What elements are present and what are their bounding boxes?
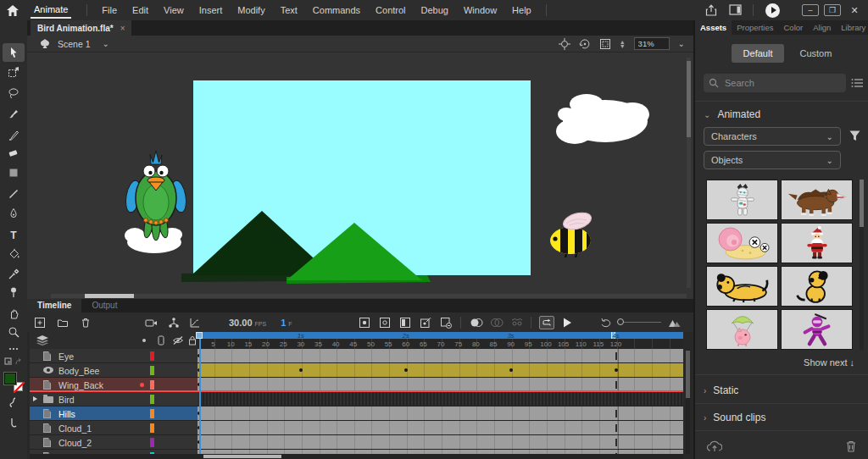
layer-name-cell[interactable]: Cloud_1 xyxy=(30,421,198,434)
scene-dropdown-chevron-icon[interactable]: ⌄ xyxy=(103,39,109,48)
default-assets-button[interactable]: Default xyxy=(732,44,785,63)
rotation-tool-icon[interactable] xyxy=(579,38,591,50)
panel-tab-assets[interactable]: Assets xyxy=(695,20,732,35)
timeline-layer-row[interactable]: Eye xyxy=(30,349,683,363)
asset-thumb-mummy[interactable] xyxy=(706,180,778,220)
menu-file[interactable]: File xyxy=(94,2,125,19)
asset-thumb-werewolf[interactable] xyxy=(781,180,853,220)
characters-dropdown[interactable]: Characters ⌄ xyxy=(704,127,841,146)
section-sound-clips[interactable]: › Sound clips xyxy=(704,412,765,423)
layer-name-cell[interactable]: Bird xyxy=(30,392,198,406)
snap-options-icon[interactable] xyxy=(4,357,23,369)
layer-name-cell[interactable]: Cloud_2 xyxy=(30,435,198,449)
document-tab[interactable]: Bird Animation.fla* × xyxy=(31,20,131,36)
chevron-right-icon[interactable]: › xyxy=(704,386,706,395)
menu-text[interactable]: Text xyxy=(273,2,305,19)
timeline-layer-row[interactable]: Cloud_2 xyxy=(30,435,683,450)
menu-help[interactable]: Help xyxy=(504,2,539,19)
layer-color-swatch[interactable] xyxy=(150,366,154,375)
layer-name-cell[interactable]: Hills xyxy=(30,406,198,420)
layer-name-cell[interactable]: Wing_Back xyxy=(30,378,198,391)
timeline-layer-row[interactable]: Body_Bee xyxy=(30,363,683,378)
section-static[interactable]: › Static xyxy=(704,384,738,396)
onion-skin-outline-icon[interactable] xyxy=(490,317,502,329)
layer-frames-row[interactable] xyxy=(198,378,683,391)
panel-tab-library[interactable]: Library xyxy=(836,20,868,35)
device-column-icon[interactable] xyxy=(158,335,164,346)
classic-brush-tool-icon[interactable] xyxy=(8,129,19,141)
highlight-column-icon[interactable] xyxy=(142,339,146,342)
menu-commands[interactable]: Commands xyxy=(305,2,368,19)
menu-view[interactable]: View xyxy=(156,2,192,19)
free-transform-tool-icon[interactable] xyxy=(8,66,19,78)
home-icon[interactable] xyxy=(0,5,25,16)
zoom-dropdown-chevron-icon[interactable]: ⌄ xyxy=(678,39,685,48)
menu-window[interactable]: Window xyxy=(456,2,504,19)
timeline-vertical-scrollbar[interactable] xyxy=(686,349,690,454)
playback-range-bar[interactable]: 1s2s3s4s xyxy=(198,332,683,339)
layer-frames-row[interactable] xyxy=(198,421,683,434)
scrollbar-thumb[interactable] xyxy=(203,455,281,458)
tab-animate-home[interactable]: Animate xyxy=(31,1,71,19)
chevron-right-icon[interactable]: › xyxy=(704,413,706,423)
insert-keyframe-icon[interactable] xyxy=(359,317,370,329)
auto-keyframe-icon[interactable] xyxy=(420,317,431,329)
menu-edit[interactable]: Edit xyxy=(125,2,156,19)
delete-layer-icon[interactable] xyxy=(80,317,92,329)
new-layer-icon[interactable] xyxy=(34,317,46,329)
panel-tab-align[interactable]: Align xyxy=(808,20,836,35)
loop-playback-button[interactable] xyxy=(539,316,554,329)
stage-vertical-scrollbar[interactable] xyxy=(687,58,691,288)
layer-frames-row[interactable] xyxy=(198,406,683,420)
eraser-tool-icon[interactable] xyxy=(8,147,19,158)
scene-name[interactable]: Scene 1 xyxy=(58,39,91,49)
test-movie-icon[interactable] xyxy=(765,3,780,18)
layer-color-swatch[interactable] xyxy=(150,395,154,404)
onion-skin-icon[interactable] xyxy=(470,317,481,329)
timeline-horizontal-scrollbar[interactable] xyxy=(30,454,683,459)
insert-blank-keyframe-icon[interactable] xyxy=(379,317,391,329)
frames-header[interactable]: 1s2s3s4s 5101520253035404550556065707580… xyxy=(198,332,683,349)
document-close-icon[interactable]: × xyxy=(120,24,125,33)
search-input[interactable] xyxy=(723,77,825,89)
zoom-tool-icon[interactable] xyxy=(8,326,19,338)
layer-color-swatch[interactable] xyxy=(150,438,154,447)
lasso-tool-icon[interactable] xyxy=(8,87,19,99)
hand-tool-icon[interactable] xyxy=(8,307,19,319)
layer-color-swatch[interactable] xyxy=(150,409,154,418)
asset-thumb-snail[interactable] xyxy=(706,223,778,263)
menu-modify[interactable]: Modify xyxy=(230,2,272,19)
timeline-layer-row[interactable]: Wing_Back xyxy=(30,378,683,392)
cloud-upload-icon[interactable] xyxy=(707,440,722,452)
layer-name-cell[interactable]: Body_Bee xyxy=(30,363,198,377)
scrollbar-thumb[interactable] xyxy=(860,180,864,227)
menu-control[interactable]: Control xyxy=(368,2,413,19)
keyframe-dot[interactable] xyxy=(404,368,408,372)
text-tool-icon[interactable]: T xyxy=(8,229,19,241)
bird-on-cloud-artwork[interactable] xyxy=(124,149,188,256)
layer-parenting-icon[interactable] xyxy=(168,317,180,329)
share-icon[interactable] xyxy=(705,4,717,16)
pasteboard[interactable] xyxy=(27,53,693,299)
frame-ruler[interactable]: 5101520253035404550556065707580859095100… xyxy=(198,339,683,349)
graph-editor-icon[interactable] xyxy=(189,317,201,329)
hook-tool-icon[interactable] xyxy=(8,417,19,429)
layer-name-cell[interactable]: Eye xyxy=(30,349,198,362)
center-stage-icon[interactable] xyxy=(559,38,570,50)
new-folder-icon[interactable] xyxy=(57,317,69,329)
layer-frames-row[interactable] xyxy=(198,349,683,362)
asset-grid-scrollbar[interactable] xyxy=(860,180,864,350)
stage-horizontal-scrollbar[interactable] xyxy=(51,294,687,298)
visibility-column-icon[interactable] xyxy=(172,335,184,346)
fill-stroke-swatches[interactable] xyxy=(4,373,23,391)
timeline-zoom-slider[interactable] xyxy=(619,322,661,323)
zoom-level-input[interactable] xyxy=(634,37,670,50)
section-animated[interactable]: ⌄ Animated xyxy=(704,108,760,120)
menu-debug[interactable]: Debug xyxy=(414,2,456,19)
show-next-link[interactable]: Show next ↓ xyxy=(804,357,854,368)
timeline-tab-timeline[interactable]: Timeline xyxy=(27,299,81,312)
timeline-layer-row[interactable]: Hills xyxy=(30,406,683,421)
asset-thumb-santa[interactable] xyxy=(781,223,853,263)
line-tool-icon[interactable] xyxy=(8,188,19,200)
layer-frames-row[interactable] xyxy=(198,363,683,377)
